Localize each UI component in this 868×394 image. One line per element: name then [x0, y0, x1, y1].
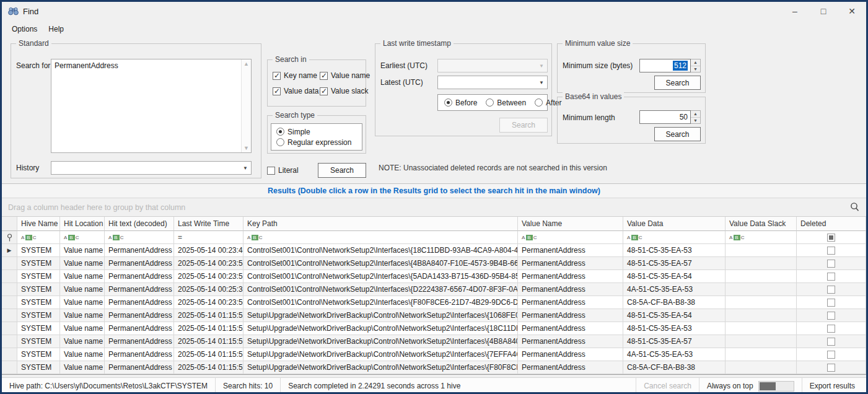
grid-cell-value_data[interactable]: 4A-51-C5-35-EA-53: [623, 283, 726, 296]
grid-cell-value_name[interactable]: PermanentAddress: [518, 296, 623, 309]
grid-cell-value_slack[interactable]: [726, 335, 797, 348]
table-row[interactable]: SYSTEMValue namePermanentAddress2025-05-…: [2, 296, 866, 309]
grid-cell-key_path[interactable]: ControlSet001\Control\NetworkSetup2\Inte…: [243, 244, 518, 257]
deleted-checkbox[interactable]: [827, 351, 835, 359]
table-row[interactable]: SYSTEMValue namePermanentAddress2025-05-…: [2, 270, 866, 283]
scroll-down-icon[interactable]: ▼: [243, 145, 249, 151]
column-header-key_path[interactable]: Key Path: [243, 217, 518, 231]
chevron-down-icon[interactable]: ▼: [240, 162, 251, 174]
grid-cell-deleted[interactable]: [797, 296, 866, 309]
minimize-button[interactable]: –: [781, 2, 809, 20]
filter-cell-value_name[interactable]: ABC: [518, 231, 623, 244]
grid-cell-hit_text[interactable]: PermanentAddress: [105, 283, 174, 296]
grid-cell-value_name[interactable]: PermanentAddress: [518, 361, 623, 374]
min-size-spinner[interactable]: 512 ▲▼: [639, 59, 701, 72]
scroll-up-icon[interactable]: ▲: [243, 61, 249, 67]
spin-down-icon[interactable]: ▼: [691, 118, 700, 124]
maximize-button[interactable]: □: [809, 2, 838, 20]
grid-cell-hit_text[interactable]: PermanentAddress: [105, 296, 174, 309]
close-button[interactable]: ✕: [838, 2, 866, 20]
grid-cell-hive[interactable]: SYSTEM: [17, 322, 60, 335]
checkbox-value-data[interactable]: Value data: [273, 87, 319, 95]
grid-cell-hive[interactable]: SYSTEM: [17, 283, 60, 296]
checkbox-key-name[interactable]: Key name: [273, 71, 317, 80]
group-by-panel[interactable]: Drag a column header here to group by th…: [2, 198, 866, 217]
table-row[interactable]: SYSTEMValue namePermanentAddress2025-05-…: [2, 283, 866, 296]
search-icon[interactable]: [849, 202, 860, 212]
table-row[interactable]: SYSTEMValue namePermanentAddress2025-05-…: [2, 361, 866, 374]
spin-up-icon[interactable]: ▲: [691, 59, 700, 66]
grid-cell-deleted[interactable]: [797, 335, 866, 348]
grid-cell-value_data[interactable]: C8-5A-CF-BA-B8-38: [623, 361, 726, 374]
grid-cell-hive[interactable]: SYSTEM: [17, 348, 60, 361]
grid-cell-value_name[interactable]: PermanentAddress: [518, 348, 623, 361]
grid-cell-hit_text[interactable]: PermanentAddress: [105, 257, 174, 270]
grid-cell-hive[interactable]: SYSTEM: [17, 244, 60, 257]
grid-cell-hive[interactable]: SYSTEM: [17, 335, 60, 348]
filter-cell-last_write[interactable]: =: [174, 231, 243, 244]
menu-options[interactable]: Options: [7, 23, 42, 35]
deleted-checkbox[interactable]: [827, 247, 835, 255]
radio-before[interactable]: Before: [444, 98, 477, 107]
base64-search-button[interactable]: Search: [654, 127, 701, 141]
table-row[interactable]: SYSTEMValue namePermanentAddress2025-05-…: [2, 322, 866, 335]
checkbox-literal[interactable]: Literal: [267, 166, 299, 175]
checkbox-value-name[interactable]: Value name: [320, 71, 370, 80]
menu-help[interactable]: Help: [43, 23, 69, 35]
grid-cell-last_write[interactable]: 2025-05-14 01:15:55: [174, 348, 243, 361]
deleted-checkbox[interactable]: [827, 273, 835, 281]
grid-cell-value_data[interactable]: 48-51-C5-35-EA-57: [623, 257, 726, 270]
grid-cell-value_name[interactable]: PermanentAddress: [518, 270, 623, 283]
min-length-spinner[interactable]: 50 ▲▼: [639, 110, 701, 124]
filter-cell-hit_text[interactable]: ABC: [105, 231, 174, 244]
history-dropdown[interactable]: ▼: [51, 161, 252, 175]
grid-cell-value_name[interactable]: PermanentAddress: [518, 322, 623, 335]
grid-cell-value_slack[interactable]: [726, 361, 797, 374]
grid-cell-value_slack[interactable]: [726, 283, 797, 296]
grid-cell-hit_location[interactable]: Value name: [60, 270, 105, 283]
grid-cell-last_write[interactable]: 2025-05-14 00:23:50: [174, 296, 243, 309]
grid-cell-value_slack[interactable]: [726, 296, 797, 309]
grid-cell-last_write[interactable]: 2025-05-14 00:23:52: [174, 270, 243, 283]
search-button[interactable]: Search: [318, 163, 366, 178]
grid-cell-value_data[interactable]: 48-51-C5-35-EA-54: [623, 270, 726, 283]
deleted-checkbox[interactable]: [827, 260, 835, 268]
grid-cell-value_slack[interactable]: [726, 309, 797, 322]
grid-cell-hit_text[interactable]: PermanentAddress: [105, 322, 174, 335]
filter-cell-hive[interactable]: ABC: [17, 231, 60, 244]
grid-cell-key_path[interactable]: Setup\Upgrade\NetworkDriverBackup\Contro…: [243, 322, 518, 335]
grid-cell-hit_text[interactable]: PermanentAddress: [105, 270, 174, 283]
deleted-checkbox[interactable]: [827, 312, 835, 320]
grid-cell-value_name[interactable]: PermanentAddress: [518, 335, 623, 348]
grid-cell-hive[interactable]: SYSTEM: [17, 270, 60, 283]
always-on-top-control[interactable]: Always on top: [699, 378, 802, 394]
grid-cell-hit_text[interactable]: PermanentAddress: [105, 348, 174, 361]
column-header-value_name[interactable]: Value Name: [518, 217, 623, 231]
column-header-deleted[interactable]: Deleted: [797, 217, 866, 231]
grid-cell-value_slack[interactable]: [726, 348, 797, 361]
grid-cell-deleted[interactable]: [797, 283, 866, 296]
always-on-top-toggle[interactable]: [758, 381, 794, 392]
grid-cell-key_path[interactable]: Setup\Upgrade\NetworkDriverBackup\Contro…: [243, 348, 518, 361]
checkbox-value-slack[interactable]: Value slack: [320, 87, 368, 95]
grid-cell-hit_location[interactable]: Value name: [60, 283, 105, 296]
deleted-checkbox[interactable]: [827, 364, 835, 372]
filter-cell-hit_location[interactable]: ABC: [60, 231, 105, 244]
grid-cell-hive[interactable]: SYSTEM: [17, 361, 60, 374]
column-header-value_slack[interactable]: Value Data Slack: [726, 217, 797, 231]
grid-cell-deleted[interactable]: [797, 322, 866, 335]
grid-cell-value_name[interactable]: PermanentAddress: [518, 257, 623, 270]
deleted-checkbox[interactable]: [827, 325, 835, 333]
grid-cell-key_path[interactable]: ControlSet001\Control\NetworkSetup2\Inte…: [243, 270, 518, 283]
grid-cell-key_path[interactable]: ControlSet001\Control\NetworkSetup2\Inte…: [243, 257, 518, 270]
table-row[interactable]: SYSTEMValue namePermanentAddress2025-05-…: [2, 335, 866, 348]
spin-up-icon[interactable]: ▲: [691, 111, 700, 118]
grid-cell-hive[interactable]: SYSTEM: [17, 257, 60, 270]
deleted-filter-checkbox[interactable]: [827, 234, 835, 242]
grid-cell-hit_text[interactable]: PermanentAddress: [105, 244, 174, 257]
grid-cell-hive[interactable]: SYSTEM: [17, 309, 60, 322]
grid-cell-hit_location[interactable]: Value name: [60, 309, 105, 322]
toggle-knob[interactable]: [760, 382, 776, 390]
grid-cell-last_write[interactable]: 2025-05-14 01:15:55: [174, 361, 243, 374]
filter-cell-deleted[interactable]: [797, 231, 866, 244]
